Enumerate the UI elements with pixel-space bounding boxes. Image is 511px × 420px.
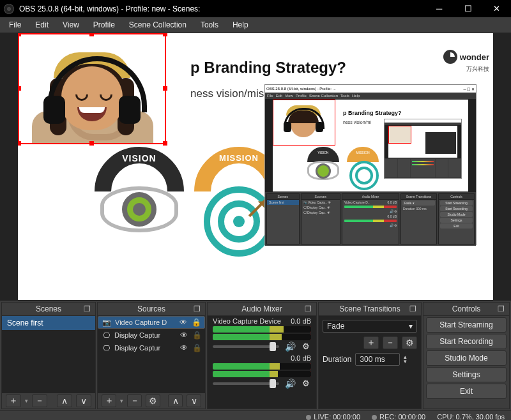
- lock-icon[interactable]: 🔒: [192, 343, 201, 352]
- display-icon: 🖵: [102, 331, 111, 339]
- resize-handle[interactable]: [163, 141, 167, 146]
- menu-tools[interactable]: Tools: [194, 19, 225, 31]
- lock-icon[interactable]: 🔒: [192, 318, 201, 327]
- status-rec: REC: 00:00:00: [372, 413, 425, 420]
- menu-edit[interactable]: Edit: [29, 19, 55, 31]
- menu-help[interactable]: Help: [226, 19, 255, 31]
- transitions-title: Scene Transitions: [339, 304, 400, 313]
- popout-icon[interactable]: ❐: [498, 304, 507, 313]
- window-title: OBS 25.0.8 (64-bit, windows) - Profile: …: [19, 4, 425, 13]
- wondershare-icon: [443, 50, 457, 64]
- source-item[interactable]: 🖵Display Captur👁🔒: [98, 341, 205, 354]
- resize-handle[interactable]: [18, 86, 21, 91]
- popout-icon[interactable]: ❐: [305, 304, 314, 313]
- visibility-icon[interactable]: 👁: [179, 318, 188, 327]
- volume-slider[interactable]: [213, 345, 279, 348]
- channel-name: Video Capture Device: [213, 317, 281, 325]
- audio-meter: [213, 371, 311, 377]
- add-transition-button[interactable]: ＋: [363, 336, 379, 349]
- slide-title: p Branding Strategy?: [190, 59, 346, 77]
- resize-handle[interactable]: [89, 141, 94, 146]
- brand-subtext: 万兴科技: [466, 65, 489, 73]
- visibility-icon[interactable]: 👁: [179, 343, 188, 352]
- settings-button[interactable]: Settings: [426, 367, 507, 382]
- remove-source-button[interactable]: －: [127, 394, 142, 407]
- audio-meter: [213, 326, 311, 333]
- mixer-channel: Video Capture Device0.0 dB 🔊⚙: [208, 316, 316, 353]
- title-bar: OBS 25.0.8 (64-bit, windows) - Profile: …: [0, 0, 511, 17]
- source-item[interactable]: 📷Video Capture D👁🔒: [98, 316, 205, 329]
- slide-subtitle: ness vision/mis: [190, 87, 264, 100]
- close-button[interactable]: ✕: [482, 0, 511, 17]
- vision-label: VISION: [95, 153, 184, 163]
- brand-logo: wonder: [443, 50, 489, 64]
- menu-file[interactable]: File: [3, 19, 27, 31]
- webcam-source[interactable]: [18, 33, 166, 144]
- resize-handle[interactable]: [18, 33, 21, 36]
- source-settings-button[interactable]: ⚙: [146, 394, 160, 407]
- menu-view[interactable]: View: [56, 19, 86, 31]
- volume-slider[interactable]: [213, 382, 279, 385]
- speaker-icon[interactable]: 🔊: [284, 379, 296, 389]
- gear-icon[interactable]: ⚙: [301, 379, 311, 389]
- scene-down-button[interactable]: ∨: [76, 394, 91, 407]
- status-cpu: CPU: 0.7%, 30.00 fps: [437, 413, 505, 420]
- resize-handle[interactable]: [163, 86, 167, 91]
- lock-icon[interactable]: 🔒: [192, 331, 201, 340]
- preview-canvas[interactable]: p Branding Strategy? ness vision/mis won…: [18, 33, 493, 300]
- source-up-button[interactable]: ∧: [168, 394, 183, 407]
- source-down-button[interactable]: ∨: [187, 394, 201, 407]
- rec-dot-icon: [372, 415, 377, 420]
- resize-handle[interactable]: [89, 33, 94, 36]
- resize-handle[interactable]: [18, 141, 21, 146]
- scenes-title: Scenes: [36, 304, 61, 313]
- resize-handle[interactable]: [163, 33, 167, 36]
- controls-panel: Controls❐ Start Streaming Start Recordin…: [423, 302, 510, 409]
- start-streaming-button[interactable]: Start Streaming: [426, 317, 507, 333]
- remove-scene-button[interactable]: －: [32, 394, 47, 407]
- mixer-title: Audio Mixer: [241, 304, 282, 313]
- sources-title: Sources: [137, 304, 165, 313]
- mixer-channel: 0.0 dB 🔊⚙: [208, 353, 316, 390]
- popout-icon[interactable]: ❐: [84, 304, 93, 313]
- start-recording-button[interactable]: Start Recording: [426, 334, 507, 349]
- audio-meter: [213, 334, 311, 340]
- transitions-panel: Scene Transitions❐ Fade▾ ＋ － ⚙ Duration …: [318, 302, 422, 409]
- scene-up-button[interactable]: ∧: [57, 394, 72, 407]
- status-bar: LIVE: 00:00:00 REC: 00:00:00 CPU: 0.7%, …: [0, 410, 511, 420]
- chevron-down-icon: ▾: [409, 322, 413, 331]
- menu-scene-collection[interactable]: Scene Collection: [123, 19, 193, 31]
- source-item[interactable]: 🖵Display Captur👁🔒: [98, 329, 205, 341]
- speaker-icon[interactable]: 🔊: [284, 341, 296, 352]
- scene-item[interactable]: Scene first: [2, 316, 95, 330]
- maximize-button[interactable]: ☐: [454, 0, 482, 17]
- gear-icon[interactable]: ⚙: [301, 341, 311, 352]
- minimize-button[interactable]: ─: [425, 0, 454, 17]
- studio-mode-button[interactable]: Studio Mode: [426, 350, 507, 366]
- transition-settings-button[interactable]: ⚙: [402, 336, 417, 349]
- scenes-panel: Scenes❐ Scene first ＋▾ － ∧ ∨: [1, 302, 96, 409]
- audio-meter: [213, 363, 311, 370]
- remove-transition-button[interactable]: －: [383, 336, 398, 349]
- audio-mixer-panel: Audio Mixer❐ Video Capture Device0.0 dB …: [207, 302, 317, 409]
- dock: Scenes❐ Scene first ＋▾ － ∧ ∨ Sources❐ 📷V…: [0, 301, 511, 410]
- popout-icon[interactable]: ❐: [409, 304, 418, 313]
- popout-icon[interactable]: ❐: [194, 304, 202, 313]
- visibility-icon[interactable]: 👁: [179, 331, 188, 340]
- display-icon: 🖵: [102, 344, 111, 352]
- duration-input[interactable]: 300 ms: [355, 353, 400, 366]
- duration-stepper[interactable]: ▴▾: [404, 355, 407, 364]
- transition-select[interactable]: Fade▾: [323, 320, 417, 333]
- duration-label: Duration: [323, 355, 351, 364]
- exit-button[interactable]: Exit: [426, 384, 507, 399]
- sources-panel: Sources❐ 📷Video Capture D👁🔒 🖵Display Cap…: [97, 302, 206, 409]
- status-live: LIVE: 00:00:00: [306, 413, 360, 420]
- vision-graphic: VISION: [95, 147, 184, 232]
- obs-logo-icon: [4, 4, 14, 14]
- add-scFRONTene-button[interactable]: ＋: [6, 394, 21, 407]
- controls-title: Controls: [452, 304, 481, 313]
- add-source-button[interactable]: ＋: [102, 394, 116, 407]
- menu-profile[interactable]: Profile: [87, 19, 121, 31]
- menu-bar: File Edit View Profile Scene Collection …: [0, 17, 511, 33]
- preview-area[interactable]: p Branding Strategy? ness vision/mis won…: [0, 33, 511, 301]
